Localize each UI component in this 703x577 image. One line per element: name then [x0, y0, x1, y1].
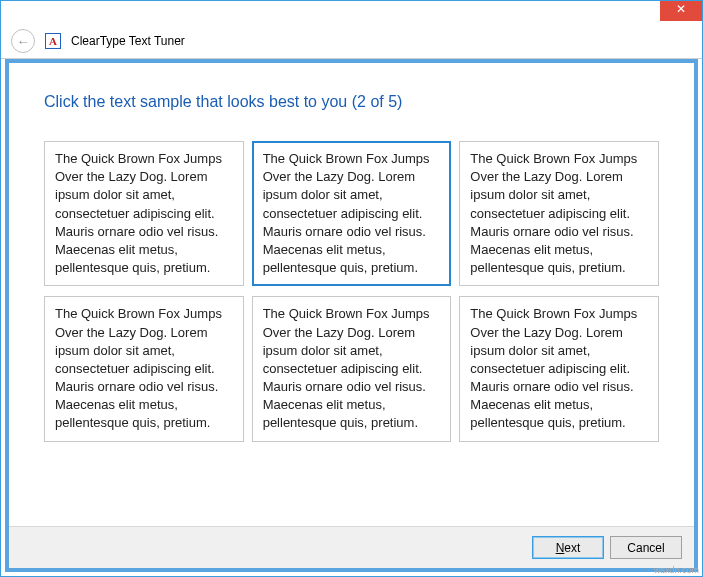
cancel-button[interactable]: Cancel	[610, 536, 682, 559]
app-icon: A	[45, 33, 61, 49]
sample-grid: The Quick Brown Fox Jumps Over the Lazy …	[44, 141, 659, 442]
content: Click the text sample that looks best to…	[9, 63, 694, 526]
back-button[interactable]: ←	[11, 29, 35, 53]
footer: Next Cancel	[9, 526, 694, 568]
text-sample-3[interactable]: The Quick Brown Fox Jumps Over the Lazy …	[459, 141, 659, 286]
titlebar: ✕	[1, 1, 702, 24]
body: Click the text sample that looks best to…	[9, 63, 694, 568]
window: ✕ ← A ClearType Text Tuner Click the tex…	[0, 0, 703, 577]
text-sample-1[interactable]: The Quick Brown Fox Jumps Over the Lazy …	[44, 141, 244, 286]
header: ← A ClearType Text Tuner	[1, 24, 702, 59]
text-sample-4[interactable]: The Quick Brown Fox Jumps Over the Lazy …	[44, 296, 244, 441]
close-icon: ✕	[676, 2, 686, 16]
text-sample-5[interactable]: The Quick Brown Fox Jumps Over the Lazy …	[252, 296, 452, 441]
text-sample-2[interactable]: The Quick Brown Fox Jumps Over the Lazy …	[252, 141, 452, 286]
body-frame: Click the text sample that looks best to…	[5, 59, 698, 572]
app-title: ClearType Text Tuner	[71, 34, 185, 48]
next-rest: ext	[564, 541, 580, 555]
back-arrow-icon: ←	[17, 34, 30, 49]
text-sample-6[interactable]: The Quick Brown Fox Jumps Over the Lazy …	[459, 296, 659, 441]
next-button[interactable]: Next	[532, 536, 604, 559]
close-button[interactable]: ✕	[660, 1, 702, 21]
watermark: wsxdn.com	[654, 565, 699, 575]
instruction-text: Click the text sample that looks best to…	[44, 93, 659, 111]
